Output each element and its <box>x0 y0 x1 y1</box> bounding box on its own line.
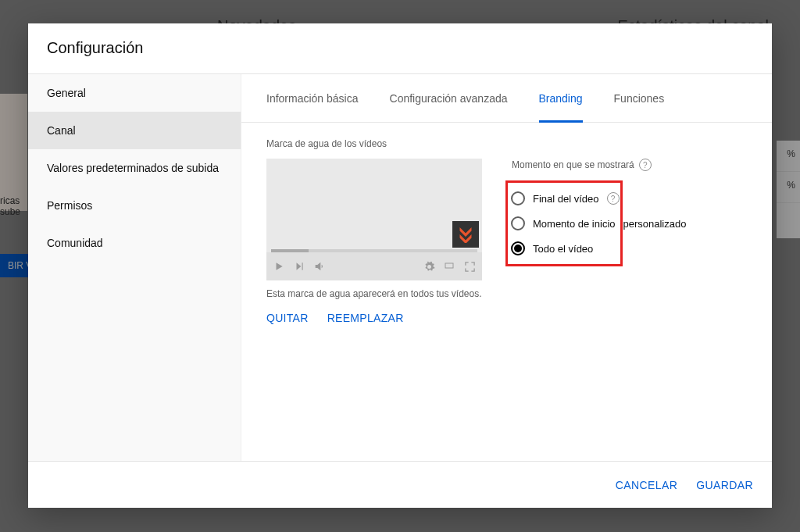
radio-label: Todo el vídeo <box>533 243 593 255</box>
gear-icon[interactable] <box>423 260 435 273</box>
tab-label: Información básica <box>266 92 359 105</box>
display-time-header: Momento en que se mostrará ? <box>512 159 747 171</box>
play-icon[interactable] <box>273 260 285 273</box>
modal-footer: CANCELAR GUARDAR <box>28 461 772 508</box>
radio-icon <box>511 216 525 230</box>
progress-fill <box>271 249 309 252</box>
sidebar-item-label: Comunidad <box>47 237 103 249</box>
sidebar-item-general[interactable]: General <box>28 74 241 112</box>
radio-icon <box>511 191 525 205</box>
sidebar-item-permissions[interactable]: Permisos <box>28 187 241 224</box>
sidebar-item-label: Permisos <box>47 199 92 212</box>
modal-header: Configuración <box>28 23 772 73</box>
display-time-section: Momento en que se mostrará ? Final del v… <box>512 159 747 266</box>
tab-label: Configuración avanzada <box>390 92 508 105</box>
next-icon[interactable] <box>293 260 305 273</box>
sidebar-item-upload-defaults[interactable]: Valores predeterminados de subida <box>28 149 241 187</box>
display-time-label: Momento en que se mostrará <box>512 159 634 170</box>
tab-features[interactable]: Funciones <box>614 74 665 123</box>
save-button[interactable]: GUARDAR <box>696 479 753 491</box>
branding-layout: Esta marca de agua aparecerá en todos tu… <box>266 159 747 324</box>
tab-basic-info[interactable]: Información básica <box>266 74 359 123</box>
help-icon[interactable]: ? <box>607 192 620 205</box>
sidebar-item-canal[interactable]: Canal <box>28 112 241 149</box>
tab-branding[interactable]: Branding <box>539 74 583 123</box>
svg-rect-0 <box>445 263 453 268</box>
radio-label-overflow: personalizado <box>623 218 687 230</box>
sidebar-item-label: General <box>47 87 86 99</box>
chevrons-down-icon <box>459 226 473 243</box>
radio-icon <box>511 241 525 255</box>
video-preview <box>266 159 482 280</box>
theater-icon[interactable] <box>443 260 455 273</box>
sidebar-item-label: Canal <box>47 124 76 137</box>
radio-label: Final del vídeo <box>533 193 599 205</box>
display-time-radio-group: Final del vídeo ? Momento de inicio pers… <box>505 180 623 266</box>
tab-panel-branding: Marca de agua de los vídeos <box>241 123 772 461</box>
cancel-button[interactable]: CANCELAR <box>616 479 677 491</box>
volume-icon[interactable] <box>313 260 326 273</box>
tab-advanced[interactable]: Configuración avanzada <box>390 74 508 123</box>
watermark-section-label: Marca de agua de los vídeos <box>266 138 747 149</box>
radio-entire-video[interactable]: Todo el vídeo <box>511 236 616 261</box>
watermark-actions: QUITAR REEMPLAZAR <box>266 312 482 324</box>
help-icon[interactable]: ? <box>639 159 652 171</box>
watermark-help-text: Esta marca de agua aparecerá en todos tu… <box>266 288 482 299</box>
remove-button[interactable]: QUITAR <box>266 312 309 324</box>
radio-label: Momento de inicio <box>533 218 616 230</box>
settings-content: Información básica Configuración avanzad… <box>241 74 772 461</box>
watermark-thumbnail <box>452 221 479 248</box>
progress-bar[interactable] <box>271 249 477 252</box>
modal-title: Configuración <box>47 39 143 57</box>
tabs: Información básica Configuración avanzad… <box>241 74 772 123</box>
sidebar-item-community[interactable]: Comunidad <box>28 224 241 262</box>
sidebar-item-label: Valores predeterminados de subida <box>47 162 219 174</box>
tab-label: Branding <box>539 92 583 105</box>
settings-modal: Configuración General Canal Valores pred… <box>28 23 772 508</box>
settings-sidebar: General Canal Valores predeterminados de… <box>28 74 241 461</box>
radio-custom-start[interactable]: Momento de inicio personalizado <box>511 211 616 236</box>
fullscreen-icon[interactable] <box>463 260 476 273</box>
modal-body: General Canal Valores predeterminados de… <box>28 73 772 461</box>
video-controls <box>266 252 482 280</box>
watermark-preview-column: Esta marca de agua aparecerá en todos tu… <box>266 159 482 324</box>
radio-end-of-video[interactable]: Final del vídeo ? <box>511 186 616 211</box>
replace-button[interactable]: REEMPLAZAR <box>327 312 404 324</box>
tab-label: Funciones <box>614 92 665 105</box>
